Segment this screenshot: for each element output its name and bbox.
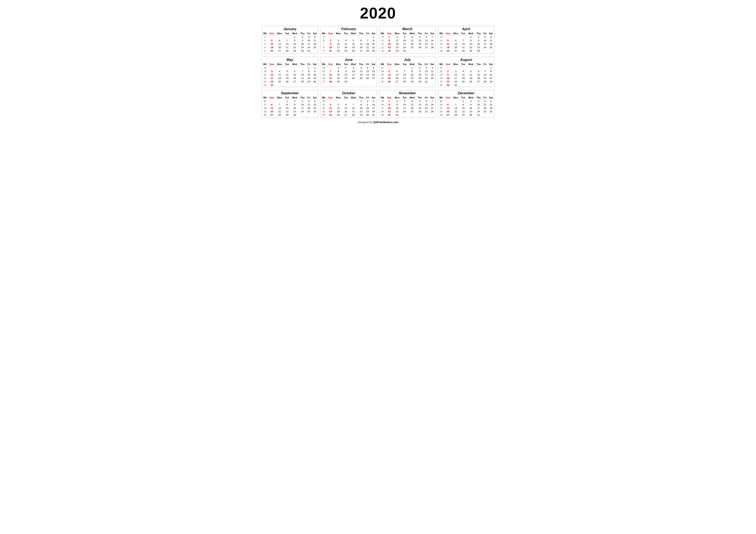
week-number: 29 <box>379 73 386 76</box>
day-cell <box>334 99 342 103</box>
day-cell: 11 <box>488 39 494 42</box>
week-number: 30 <box>379 76 386 80</box>
month-block-april: AprilWkSunMonTueWedThuFriSat141234155678… <box>438 26 495 54</box>
day-cell: 13 <box>276 42 284 46</box>
day-cell: 12 <box>365 69 370 73</box>
day-cell <box>299 83 306 87</box>
day-cell <box>408 83 416 84</box>
day-cell: 4 <box>306 99 311 103</box>
day-cell: 3 <box>349 66 358 70</box>
day-cell: 5 <box>444 39 452 42</box>
day-cell: 15 <box>334 73 342 76</box>
col-header-thu: Thu <box>358 63 365 66</box>
day-cell: 12 <box>386 73 393 76</box>
month-block-december: DecemberWkSunMonTueWedThuFriSat491234550… <box>438 90 495 118</box>
month-block-february: FebruaryWkSunMonTueWedThuFriSat516234567… <box>320 26 377 54</box>
day-cell: 29 <box>334 80 342 83</box>
day-cell: 23 <box>311 76 318 80</box>
day-cell <box>334 117 342 117</box>
day-cell: 8 <box>284 103 290 106</box>
col-header-sun: Sun <box>386 96 393 99</box>
day-cell: 19 <box>268 46 276 49</box>
col-header-sun: Sun <box>444 96 452 99</box>
col-header-fri: Fri <box>306 96 311 99</box>
day-cell <box>452 99 460 103</box>
week-number: 41 <box>321 103 327 106</box>
week-number: 38 <box>262 106 268 110</box>
day-cell: 4 <box>276 69 284 73</box>
day-cell <box>365 80 370 83</box>
day-cell: 17 <box>452 76 460 80</box>
day-cell: 19 <box>444 46 452 49</box>
day-cell: 12 <box>488 103 494 106</box>
day-cell: 23 <box>467 110 475 113</box>
day-cell <box>365 53 370 53</box>
day-cell: 16 <box>393 42 401 46</box>
day-cell <box>342 99 349 103</box>
day-cell: 7 <box>276 103 284 106</box>
day-cell <box>370 83 377 84</box>
day-cell: 18 <box>311 42 318 46</box>
day-cell: 31 <box>268 83 276 87</box>
day-cell: 30 <box>467 113 475 117</box>
day-cell: 28 <box>429 110 436 113</box>
month-name: September <box>262 90 318 96</box>
day-cell: 18 <box>408 42 416 46</box>
day-cell: 4 <box>408 35 416 39</box>
week-number <box>379 53 386 53</box>
day-cell: 16 <box>311 73 318 76</box>
day-cell: 2 <box>475 35 482 39</box>
week-number: 1 <box>262 35 268 39</box>
col-header-wed: Wed <box>290 32 299 35</box>
day-cell: 29 <box>488 80 494 83</box>
day-cell: 26 <box>311 110 318 113</box>
day-cell: 29 <box>284 113 290 117</box>
day-cell: 8 <box>460 103 467 106</box>
day-cell <box>327 35 334 39</box>
day-cell <box>429 80 436 83</box>
col-header-sun: Sun <box>444 32 452 35</box>
col-header-fri: Fri <box>423 96 429 99</box>
day-cell: 19 <box>365 73 370 76</box>
week-number: 3 <box>262 42 268 46</box>
day-cell: 8 <box>306 69 311 73</box>
day-cell: 24 <box>401 46 408 49</box>
day-cell: 21 <box>349 110 358 113</box>
day-cell: 19 <box>467 76 475 80</box>
day-cell: 25 <box>429 76 436 80</box>
day-cell: 27 <box>423 110 429 113</box>
day-cell: 14 <box>327 73 334 76</box>
day-cell <box>423 83 429 84</box>
day-cell: 13 <box>423 39 429 42</box>
day-cell: 20 <box>452 46 460 49</box>
day-cell: 3 <box>452 69 460 73</box>
col-header-thu: Thu <box>299 63 306 66</box>
day-cell: 17 <box>401 42 408 46</box>
day-cell: 2 <box>290 99 299 103</box>
week-number: 32 <box>438 69 445 73</box>
day-cell: 8 <box>408 69 416 73</box>
week-number: 34 <box>438 76 445 80</box>
week-number: 15 <box>438 39 445 42</box>
day-cell: 27 <box>423 46 429 49</box>
day-cell: 18 <box>306 106 311 110</box>
day-cell: 21 <box>401 76 408 80</box>
day-cell <box>488 49 494 53</box>
day-cell: 28 <box>327 80 334 83</box>
day-cell <box>268 117 276 117</box>
week-number: 49 <box>379 113 386 117</box>
week-number: 52 <box>438 110 445 113</box>
day-cell: 17 <box>423 73 429 76</box>
day-cell: 12 <box>268 42 276 46</box>
day-cell: 2 <box>342 66 349 70</box>
day-cell: 19 <box>488 106 494 110</box>
month-block-july: JulyWkSunMonTueWedThuFriSat2712342856789… <box>379 57 436 87</box>
day-cell: 30 <box>416 80 423 83</box>
day-cell: 9 <box>311 69 318 73</box>
day-cell: 31 <box>306 49 311 53</box>
day-cell: 16 <box>299 42 306 46</box>
week-number <box>321 53 327 53</box>
day-cell: 9 <box>416 69 423 73</box>
day-cell <box>475 53 482 53</box>
day-cell: 30 <box>290 113 299 117</box>
